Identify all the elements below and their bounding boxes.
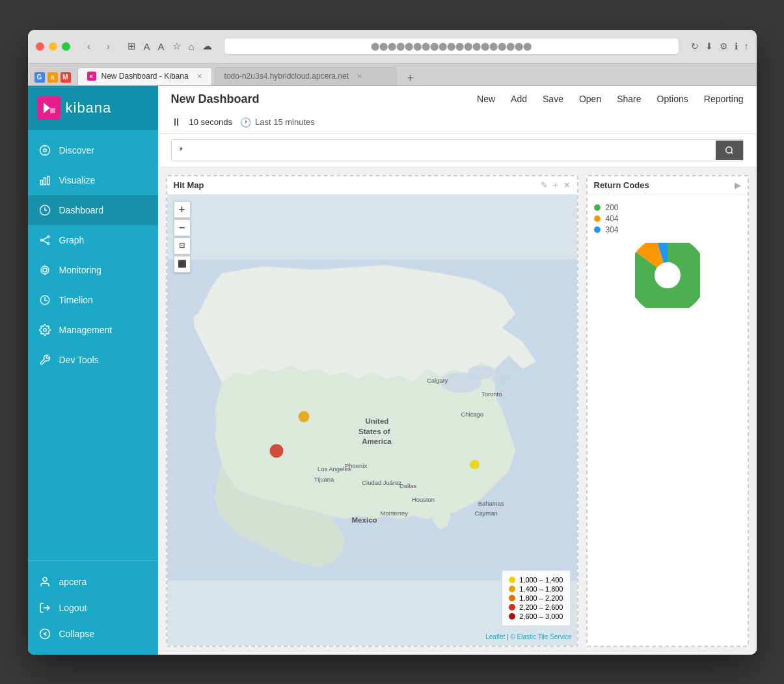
leaflet-attribution: Leaflet	[485, 633, 505, 640]
title-bar: ‹ › ⊞ A A ☆ ⌂ ☁ ⬤⬤⬤⬤⬤⬤⬤⬤⬤⬤⬤⬤⬤⬤⬤⬤⬤⬤⬤ ↻ ⬇ …	[28, 30, 757, 64]
sidebar-item-dashboard[interactable]: Dashboard	[28, 195, 158, 225]
logout-icon	[38, 601, 51, 614]
extensions-icon[interactable]: ⚙	[720, 41, 728, 51]
hitmap-edit-icon[interactable]: ✎	[541, 180, 548, 190]
hitmap-panel-title: Hit Map	[174, 180, 204, 190]
reporting-button[interactable]: Reporting	[704, 94, 744, 104]
search-button[interactable]	[716, 141, 743, 160]
svg-point-47	[470, 459, 480, 469]
save-button[interactable]: Save	[543, 94, 563, 104]
favicon-gmail: M	[61, 72, 71, 83]
svg-point-45	[298, 411, 309, 422]
pause-button[interactable]: ⏸	[171, 116, 182, 128]
dashboard-title: New Dashboard	[171, 92, 260, 106]
sidebar-item-management[interactable]: Management	[28, 315, 158, 345]
sidebar-management-label: Management	[59, 325, 113, 335]
new-button[interactable]: New	[477, 94, 495, 104]
legend-item-1: 1,000 – 1,400	[509, 576, 563, 584]
sidebar-collapse[interactable]: Collapse	[28, 621, 158, 647]
chart-content: 200 404 304	[588, 195, 748, 323]
info-icon[interactable]: ℹ	[735, 41, 738, 51]
legend-dot-2	[509, 586, 515, 592]
toggle-layer-button[interactable]: ⬛	[174, 256, 191, 273]
graph-icon	[38, 234, 51, 247]
share-button[interactable]: Share	[617, 94, 641, 104]
reader-mode-icon[interactable]: ☆	[172, 40, 181, 52]
sidebar-user[interactable]: apcera	[28, 569, 158, 595]
tab2-close-button[interactable]: ✕	[357, 72, 362, 81]
sidebar-item-monitoring[interactable]: Monitoring	[28, 255, 158, 285]
sidebar-item-discover[interactable]: Discover	[28, 135, 158, 165]
zoom-in-button[interactable]: +	[174, 201, 191, 218]
back-button[interactable]: ‹	[81, 40, 98, 53]
sidebar: kibana Discover	[28, 86, 158, 655]
tab-apcera[interactable]: todo-n2u3s4.hybridcloud.apcera.net ✕	[215, 67, 397, 85]
sidebar-logout[interactable]: Logout	[28, 595, 158, 621]
kibana-brand-text: kibana	[66, 100, 112, 116]
sidebar-dashboard-label: Dashboard	[59, 205, 104, 215]
traffic-lights	[36, 42, 70, 51]
svg-text:Mexico: Mexico	[351, 516, 377, 524]
sidebar-item-timelion[interactable]: Timelion	[28, 285, 158, 315]
new-tab-button[interactable]: +	[403, 72, 418, 85]
collapse-icon	[38, 627, 51, 640]
dashboard-header: New Dashboard New Add Save Open Share Op…	[158, 86, 757, 134]
zoom-out-button[interactable]: −	[174, 219, 191, 236]
font-size-icon[interactable]: A	[144, 41, 150, 52]
devtools-icon	[38, 353, 51, 366]
sidebar-item-visualize[interactable]: Visualize	[28, 165, 158, 195]
hitmap-expand-icon[interactable]: +	[553, 180, 558, 190]
svg-point-2	[43, 148, 46, 152]
svg-point-22	[40, 629, 49, 638]
cloud-icon[interactable]: ☁	[202, 40, 212, 52]
sidebar-discover-label: Discover	[59, 145, 94, 156]
download-icon[interactable]: ⬇	[705, 41, 713, 51]
address-text: ⬤⬤⬤⬤⬤⬤⬤⬤⬤⬤⬤⬤⬤⬤⬤⬤⬤⬤⬤	[230, 42, 673, 51]
legend-label-4: 2,200 – 2,600	[519, 603, 563, 611]
sidebar-logo: kibana	[28, 86, 158, 130]
elastic-attribution: © Elastic Tile Service	[510, 633, 571, 640]
legend-row-304: 304	[594, 225, 741, 234]
home-icon[interactable]: ⌂	[189, 41, 195, 52]
time-range-picker[interactable]: 🕐 Last 15 minutes	[240, 117, 315, 128]
tab-kibana[interactable]: K New Dashboard - Kibana ✕	[77, 67, 212, 85]
sidebar-bottom: apcera Logout	[28, 560, 158, 655]
hitmap-close-icon[interactable]: ✕	[563, 180, 571, 190]
close-window-button[interactable]	[36, 42, 44, 51]
open-button[interactable]: Open	[579, 94, 601, 104]
svg-line-13	[42, 240, 47, 243]
fit-bounds-button[interactable]: ⊡	[174, 238, 191, 254]
sidebar-toggle-icon[interactable]: ⊞	[128, 40, 136, 52]
sidebar-visualize-label: Visualize	[59, 175, 96, 185]
sidebar-graph-label: Graph	[59, 235, 85, 245]
returncodes-panel-header: Return Codes ▶	[588, 176, 748, 195]
main-content: New Dashboard New Add Save Open Share Op…	[158, 86, 757, 655]
sidebar-item-graph[interactable]: Graph	[28, 225, 158, 255]
forward-button[interactable]: ›	[100, 40, 117, 53]
add-button[interactable]: Add	[511, 94, 527, 104]
browser-right-actions: ↻ ⬇ ⚙ ℹ ↑	[691, 41, 749, 51]
svg-point-15	[41, 266, 49, 274]
sidebar-item-devtools[interactable]: Dev Tools	[28, 345, 158, 375]
maximize-window-button[interactable]	[62, 42, 70, 51]
reload-icon[interactable]: ↻	[691, 41, 699, 51]
legend-text-304: 304	[606, 225, 619, 234]
svg-text:Bahamas: Bahamas	[478, 499, 504, 506]
mac-window: ‹ › ⊞ A A ☆ ⌂ ☁ ⬤⬤⬤⬤⬤⬤⬤⬤⬤⬤⬤⬤⬤⬤⬤⬤⬤⬤⬤ ↻ ⬇ …	[28, 30, 757, 655]
options-button[interactable]: Options	[657, 94, 688, 104]
minimize-window-button[interactable]	[49, 42, 57, 51]
time-range-label: Last 15 minutes	[255, 117, 315, 127]
favicon-g: G	[34, 72, 45, 83]
returncodes-arrow-icon[interactable]: ▶	[735, 180, 741, 190]
font-size-small-icon[interactable]: A	[158, 41, 165, 52]
returncodes-panel-actions: ▶	[735, 180, 741, 190]
svg-point-23	[725, 146, 731, 152]
kibana-logo-icon	[37, 96, 61, 120]
tab-close-button[interactable]: ✕	[196, 72, 202, 81]
share-icon[interactable]: ↑	[744, 41, 749, 51]
legend-text-404: 404	[606, 214, 619, 223]
svg-text:Tijuana: Tijuana	[314, 476, 334, 483]
address-bar[interactable]: ⬤⬤⬤⬤⬤⬤⬤⬤⬤⬤⬤⬤⬤⬤⬤⬤⬤⬤⬤	[224, 38, 679, 55]
search-input[interactable]	[172, 140, 716, 161]
svg-text:Toronto: Toronto	[481, 390, 502, 397]
